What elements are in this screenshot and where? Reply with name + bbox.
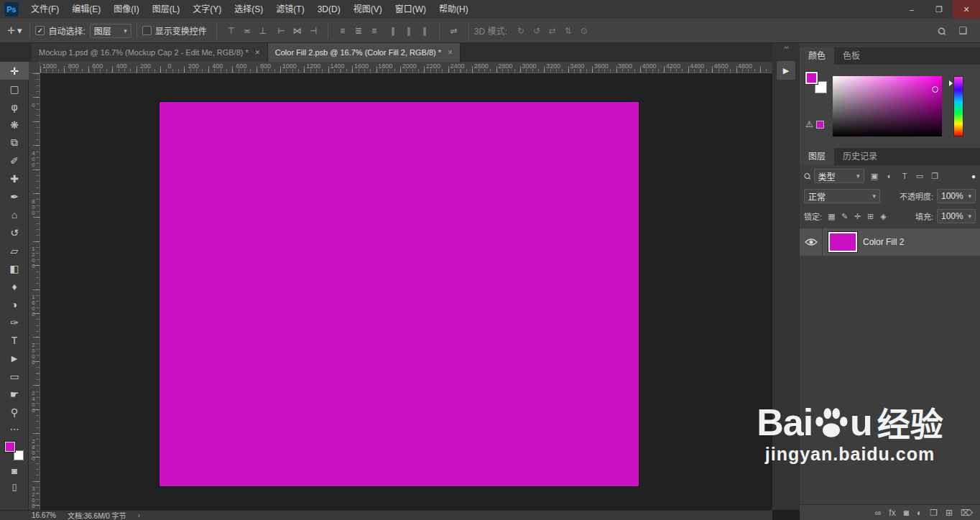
blur-tool[interactable]: ♦: [0, 277, 29, 295]
foreground-color-swatch[interactable]: [805, 72, 818, 84]
lock-position-icon[interactable]: ✛: [851, 210, 864, 223]
lock-image-pixels-icon[interactable]: ✎: [838, 210, 851, 223]
menu-item-3[interactable]: 图层(L): [146, 0, 187, 19]
document-info[interactable]: 文档:36.6M/0 字节: [68, 510, 126, 520]
edit-toolbar-button[interactable]: ⋯: [0, 421, 29, 437]
restore-window-button[interactable]: ❐: [925, 0, 953, 19]
distribute-vertical-centers-icon[interactable]: ≣: [351, 24, 366, 38]
menu-item-9[interactable]: 窗口(W): [389, 0, 433, 19]
brush-tool[interactable]: ✒: [0, 187, 29, 205]
clone-stamp-tool[interactable]: ⌂: [0, 205, 29, 223]
close-window-button[interactable]: ✕: [953, 0, 980, 19]
dodge-tool[interactable]: ◑: [0, 295, 29, 313]
lock-transparent-pixels-icon[interactable]: ▦: [826, 210, 838, 223]
tab-color[interactable]: 颜色: [800, 47, 834, 65]
tab-close-icon[interactable]: ×: [255, 47, 260, 57]
move-tool[interactable]: ✛: [0, 62, 29, 80]
filter-adjustment-layers-icon[interactable]: ◐: [883, 170, 897, 183]
distribute-top-edges-icon[interactable]: ≡: [336, 24, 350, 38]
quick-mask-button[interactable]: ◙: [0, 463, 29, 478]
link-layers-icon[interactable]: ∞: [875, 508, 882, 518]
gamut-color-swatch[interactable]: [816, 121, 824, 129]
search-icon[interactable]: Ϙ: [931, 20, 951, 40]
zoom-level-field[interactable]: 16.67%: [32, 511, 56, 519]
color-picker-marker[interactable]: [932, 86, 938, 93]
align-bottom-edges-icon[interactable]: ⊥: [256, 24, 270, 38]
delete-layer-icon[interactable]: ⌦: [961, 508, 973, 518]
filter-shape-layers-icon[interactable]: ▭: [913, 170, 927, 183]
layer-style-icon[interactable]: fx: [889, 508, 895, 518]
layer-row-color-fill-2[interactable]: Color Fill 2: [800, 228, 980, 256]
add-layer-mask-icon[interactable]: ◙: [904, 508, 909, 518]
align-left-edges-icon[interactable]: ⊢: [274, 24, 289, 38]
align-horizontal-centers-icon[interactable]: ⋈: [290, 24, 305, 38]
expand-panel-button[interactable]: ▶: [777, 61, 795, 80]
menu-item-2[interactable]: 图像(I): [107, 0, 145, 19]
auto-select-checkbox[interactable]: ✓: [35, 26, 45, 35]
menu-item-1[interactable]: 编辑(E): [65, 0, 107, 19]
align-right-edges-icon[interactable]: ⊣: [306, 24, 320, 38]
tab-close-icon[interactable]: ×: [448, 47, 453, 57]
new-adjustment-layer-icon[interactable]: ◐: [917, 508, 922, 518]
hand-tool[interactable]: ☛: [0, 385, 29, 403]
menu-item-4[interactable]: 文字(Y): [186, 0, 228, 19]
opacity-dropdown[interactable]: 100% ▾: [937, 189, 976, 203]
background-color-swatch[interactable]: [14, 450, 24, 460]
filter-toggle-icon[interactable]: ●: [971, 172, 976, 180]
horizontal-ruler[interactable]: 1000800600400200020040060080010001200140…: [40, 62, 772, 73]
panel-collapse-chevrons-icon[interactable]: ^^: [772, 45, 800, 52]
zoom-tool[interactable]: ⚲: [0, 403, 29, 421]
screen-mode-button[interactable]: ▯: [0, 478, 29, 494]
distribute-horizontal-centers-icon[interactable]: ∥: [402, 24, 416, 38]
auto-select-target-dropdown[interactable]: 图层 ▾: [90, 24, 131, 38]
rectangle-tool[interactable]: ▭: [0, 367, 29, 385]
document-tab-color-fill[interactable]: Color Fill 2.psb @ 16.7% (Color Fill 2, …: [268, 43, 461, 62]
lock-all-icon[interactable]: ◈: [877, 210, 889, 223]
distribute-spacing-icon[interactable]: ⇌: [447, 24, 461, 38]
history-brush-tool[interactable]: ↺: [0, 223, 29, 241]
new-group-icon[interactable]: ❒: [930, 508, 938, 518]
menu-item-0[interactable]: 文件(F): [24, 0, 65, 19]
tool-preset-picker[interactable]: ✛ ▾: [4, 25, 24, 36]
gamut-warning-icon[interactable]: ⚠: [805, 119, 813, 129]
minimize-window-button[interactable]: –: [898, 0, 925, 19]
foreground-color-swatch[interactable]: [5, 442, 15, 452]
vertical-ruler[interactable]: 0400800120016002000240028003200: [29, 73, 40, 510]
pan-3d-camera-icon[interactable]: ⇄: [545, 24, 560, 38]
layer-thumbnail[interactable]: [828, 232, 857, 252]
new-layer-icon[interactable]: ⊞: [946, 508, 953, 518]
rectangular-marquee-tool[interactable]: ▢: [0, 80, 29, 98]
tab-swatches[interactable]: 色板: [834, 47, 869, 65]
spot-healing-brush-tool[interactable]: ✚: [0, 170, 29, 187]
saturation-brightness-field[interactable]: [833, 76, 942, 136]
align-vertical-centers-icon[interactable]: ≍: [240, 24, 254, 38]
lasso-tool[interactable]: φ: [0, 98, 29, 116]
eyedropper-tool[interactable]: ✐: [0, 152, 29, 170]
filter-type-layers-icon[interactable]: T: [898, 170, 912, 183]
status-expand-icon[interactable]: ›: [138, 511, 140, 519]
blend-mode-dropdown[interactable]: 正常 ▾: [804, 189, 880, 203]
menu-item-7[interactable]: 3D(D): [311, 0, 347, 19]
align-top-edges-icon[interactable]: ⊤: [224, 24, 239, 38]
filter-smart-objects-icon[interactable]: ❒: [928, 170, 942, 183]
menu-item-8[interactable]: 视图(V): [347, 0, 389, 19]
path-selection-tool[interactable]: ►: [0, 349, 29, 367]
menu-item-10[interactable]: 帮助(H): [433, 0, 475, 19]
lock-artboard-icon[interactable]: ⊞: [864, 210, 877, 223]
crop-tool[interactable]: ⧉: [0, 134, 29, 152]
horizontal-type-tool[interactable]: T: [0, 331, 29, 349]
tab-layers[interactable]: 图层: [800, 148, 834, 165]
hue-slider-marker[interactable]: [949, 80, 953, 86]
distribute-left-edges-icon[interactable]: ∥: [386, 24, 400, 38]
menu-item-5[interactable]: 选择(S): [228, 0, 269, 19]
workspace-switcher-icon[interactable]: ❏: [956, 24, 970, 38]
menu-item-6[interactable]: 滤镜(T): [269, 0, 310, 19]
orbit-3d-camera-icon[interactable]: ↻: [514, 24, 528, 38]
distribute-bottom-edges-icon[interactable]: ≡: [367, 24, 382, 38]
layer-visibility-cell[interactable]: [800, 228, 823, 256]
canvas-viewport[interactable]: [40, 73, 772, 510]
layer-filter-dropdown[interactable]: 类型 ▾: [814, 169, 864, 183]
roll-3d-camera-icon[interactable]: ↺: [530, 24, 544, 38]
document-canvas[interactable]: [160, 102, 639, 486]
slide-3d-camera-icon[interactable]: ⇅: [561, 24, 575, 38]
